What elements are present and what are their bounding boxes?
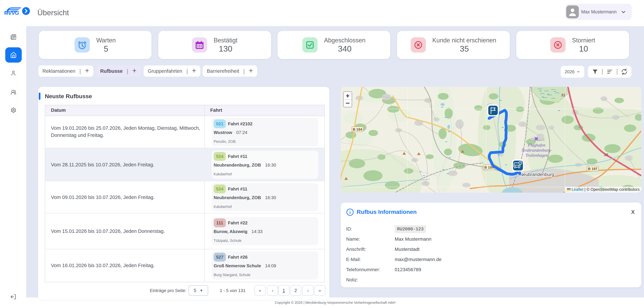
svg-text:Neubrandenburg-: Neubrandenburg- [522,148,552,153]
svg-text:MVVG: MVVG [4,10,19,15]
svg-text:B 197: B 197 [588,167,598,171]
svg-text:31: 31 [561,93,565,97]
svg-text:32: 32 [604,153,608,157]
svg-text:Trollenhagen: Trollenhagen [526,153,548,157]
svg-text:Neubrandenburg: Neubrandenburg [520,172,554,177]
svg-text:Flughafen: Flughafen [528,143,546,147]
svg-text:B 194: B 194 [353,127,362,131]
